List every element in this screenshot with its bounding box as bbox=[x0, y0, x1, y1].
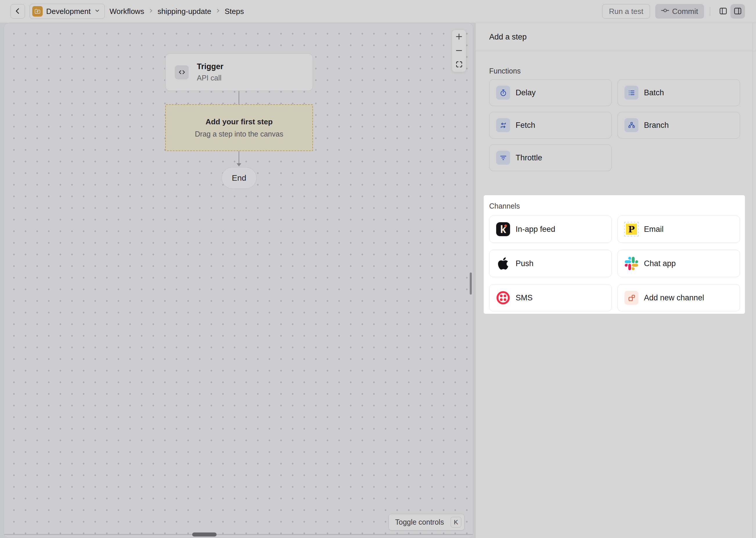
edge-placeholder-to-end bbox=[239, 151, 239, 164]
breadcrumb: Workflows shipping-update Steps bbox=[110, 7, 244, 16]
channels-grid: k In-app feed P Email Push bbox=[489, 216, 740, 311]
channel-card-push[interactable]: Push bbox=[489, 250, 612, 277]
toggle-left-panel-button[interactable] bbox=[716, 4, 731, 19]
channel-card-add-new[interactable]: Add new channel bbox=[618, 284, 740, 311]
function-card-label: Delay bbox=[516, 88, 536, 97]
fit-view-button[interactable] bbox=[452, 58, 466, 72]
horizontal-scrollbar-thumb[interactable] bbox=[192, 532, 216, 537]
channel-card-label: Add new channel bbox=[644, 294, 704, 302]
sidebar-header: Add a step bbox=[476, 23, 756, 51]
toggle-controls-button[interactable]: Toggle controls K bbox=[389, 514, 464, 530]
add-step-sidebar: Add a step Functions Delay Batch Fetch bbox=[475, 23, 756, 538]
environment-selector[interactable]: Development bbox=[29, 4, 105, 19]
fit-view-icon bbox=[455, 61, 463, 69]
back-button[interactable] bbox=[11, 4, 25, 19]
postmark-stamp-icon: P bbox=[624, 222, 639, 237]
chevron-down-icon bbox=[94, 8, 100, 15]
swap-arrows-icon bbox=[496, 118, 510, 132]
breadcrumb-workflow-name[interactable]: shipping-update bbox=[158, 7, 212, 16]
sidebar-scrollbar-gutter bbox=[752, 23, 753, 538]
channel-card-label: SMS bbox=[516, 294, 533, 302]
stopwatch-icon bbox=[496, 86, 510, 100]
zoom-out-button[interactable] bbox=[452, 44, 466, 58]
function-card-batch[interactable]: Batch bbox=[618, 79, 740, 106]
channel-card-sms[interactable]: SMS bbox=[489, 284, 612, 311]
horizontal-scrollbar-track bbox=[4, 534, 473, 535]
run-test-button[interactable]: Run a test bbox=[602, 4, 650, 19]
slack-logo-icon bbox=[624, 256, 639, 271]
trigger-node[interactable]: Trigger API call bbox=[165, 53, 313, 91]
edge-arrowhead bbox=[237, 163, 241, 166]
plus-icon bbox=[455, 33, 463, 41]
trigger-node-subtitle: API call bbox=[197, 74, 223, 82]
panel-left-icon bbox=[719, 6, 728, 17]
end-node: End bbox=[221, 167, 257, 189]
trigger-node-text: Trigger API call bbox=[197, 62, 223, 82]
workflow-builder-app: Development Workflows shipping-update St… bbox=[0, 0, 756, 538]
channel-card-label: Chat app bbox=[644, 259, 676, 268]
vertical-scrollbar-thumb[interactable] bbox=[470, 273, 472, 295]
dropzone-subtitle: Drag a step into the canvas bbox=[195, 130, 283, 138]
twilio-logo-icon bbox=[496, 291, 510, 305]
sidebar-title: Add a step bbox=[489, 32, 527, 41]
function-card-branch[interactable]: Branch bbox=[618, 112, 740, 138]
hierarchy-icon bbox=[625, 118, 638, 132]
run-test-label: Run a test bbox=[609, 7, 643, 16]
edge-trigger-to-placeholder bbox=[239, 91, 239, 104]
trigger-node-title: Trigger bbox=[197, 62, 223, 71]
apple-logo-icon bbox=[496, 256, 510, 271]
function-card-throttle[interactable]: Throttle bbox=[489, 144, 612, 171]
minus-icon bbox=[455, 47, 463, 55]
commit-label: Commit bbox=[672, 7, 698, 16]
zoom-in-button[interactable] bbox=[452, 30, 466, 44]
channels-section-label: Channels bbox=[489, 202, 520, 210]
breadcrumb-workflows[interactable]: Workflows bbox=[110, 7, 144, 16]
function-card-label: Fetch bbox=[516, 121, 535, 130]
functions-grid: Delay Batch Fetch Branch bbox=[489, 79, 740, 171]
knock-logo-icon: k bbox=[496, 222, 510, 236]
channel-card-label: Email bbox=[644, 225, 664, 234]
toggle-right-panel-button[interactable] bbox=[731, 4, 745, 19]
add-channel-icon bbox=[625, 291, 638, 305]
filter-lines-icon bbox=[496, 151, 510, 165]
functions-section-label: Functions bbox=[489, 67, 521, 75]
panel-right-icon bbox=[733, 6, 742, 17]
toggle-controls-label: Toggle controls bbox=[395, 518, 444, 526]
function-card-label: Branch bbox=[644, 121, 669, 130]
workflow-canvas[interactable]: Trigger API call Add your first step Dra… bbox=[4, 23, 473, 538]
channel-card-label: Push bbox=[516, 259, 534, 268]
channel-card-chat-app[interactable]: Chat app bbox=[618, 250, 740, 277]
dropzone-title: Add your first step bbox=[206, 117, 273, 126]
list-icon bbox=[625, 86, 638, 100]
environment-folder-icon bbox=[32, 6, 43, 17]
chevron-right-icon bbox=[148, 8, 154, 15]
code-icon bbox=[175, 65, 189, 79]
end-node-label: End bbox=[232, 174, 247, 183]
function-card-delay[interactable]: Delay bbox=[489, 79, 612, 106]
breadcrumb-steps: Steps bbox=[225, 7, 244, 16]
commit-icon bbox=[661, 6, 669, 17]
topbar-actions: Run a test Commit bbox=[602, 4, 745, 19]
channel-card-email[interactable]: P Email bbox=[618, 216, 740, 243]
add-first-step-dropzone[interactable]: Add your first step Drag a step into the… bbox=[165, 104, 313, 151]
commit-button[interactable]: Commit bbox=[655, 4, 704, 19]
function-card-label: Throttle bbox=[516, 153, 542, 162]
topbar-divider bbox=[710, 7, 710, 16]
function-card-fetch[interactable]: Fetch bbox=[489, 112, 612, 138]
environment-label: Development bbox=[46, 7, 91, 16]
channel-card-label: In-app feed bbox=[516, 225, 555, 234]
chevron-right-icon bbox=[215, 8, 221, 15]
channel-card-in-app-feed[interactable]: k In-app feed bbox=[489, 216, 612, 243]
chevron-left-icon bbox=[14, 7, 22, 16]
topbar: Development Workflows shipping-update St… bbox=[0, 0, 756, 23]
zoom-controls bbox=[452, 29, 466, 72]
keyboard-shortcut-badge: K bbox=[450, 517, 461, 527]
function-card-label: Batch bbox=[644, 88, 664, 97]
